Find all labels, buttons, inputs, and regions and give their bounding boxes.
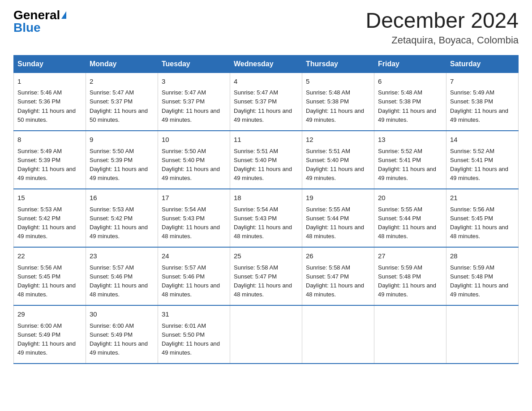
calendar-cell: 7Sunrise: 5:49 AMSunset: 5:38 PMDaylight… — [446, 73, 519, 131]
day-number: 24 — [162, 251, 226, 261]
calendar-cell: 20Sunrise: 5:55 AMSunset: 5:44 PMDayligh… — [374, 189, 446, 247]
calendar-cell: 1Sunrise: 5:46 AMSunset: 5:36 PMDaylight… — [14, 73, 86, 131]
day-info: Sunrise: 6:00 AMSunset: 5:49 PMDaylight:… — [90, 321, 154, 358]
day-info: Sunrise: 5:47 AMSunset: 5:37 PMDaylight:… — [162, 88, 226, 124]
page-header: General Blue December 2024 Zetaquira, Bo… — [13, 9, 519, 46]
location-label: Zetaquira, Boyaca, Colombia — [365, 34, 519, 46]
day-info: Sunrise: 5:48 AMSunset: 5:38 PMDaylight:… — [306, 88, 370, 124]
day-number: 20 — [378, 193, 442, 203]
calendar-week-row: 29Sunrise: 6:00 AMSunset: 5:49 PMDayligh… — [14, 305, 519, 364]
day-number: 27 — [378, 251, 442, 261]
calendar-cell: 9Sunrise: 5:50 AMSunset: 5:39 PMDaylight… — [86, 131, 158, 189]
calendar-cell: 4Sunrise: 5:47 AMSunset: 5:37 PMDaylight… — [230, 73, 302, 131]
day-number: 11 — [234, 135, 298, 145]
day-number: 21 — [450, 193, 515, 203]
calendar-header-tuesday: Tuesday — [158, 55, 230, 73]
day-number: 31 — [162, 309, 226, 320]
calendar-cell: 10Sunrise: 5:50 AMSunset: 5:40 PMDayligh… — [158, 131, 230, 189]
calendar-cell: 26Sunrise: 5:58 AMSunset: 5:47 PMDayligh… — [302, 247, 374, 305]
day-info: Sunrise: 5:52 AMSunset: 5:41 PMDaylight:… — [450, 147, 515, 183]
day-number: 9 — [90, 135, 154, 145]
calendar-cell: 18Sunrise: 5:54 AMSunset: 5:43 PMDayligh… — [230, 189, 302, 247]
day-number: 2 — [90, 77, 154, 87]
calendar-cell: 28Sunrise: 5:59 AMSunset: 5:48 PMDayligh… — [446, 247, 519, 305]
day-info: Sunrise: 5:51 AMSunset: 5:40 PMDaylight:… — [234, 147, 298, 183]
day-number: 3 — [162, 77, 226, 87]
day-info: Sunrise: 5:54 AMSunset: 5:43 PMDaylight:… — [234, 205, 298, 241]
calendar-header-thursday: Thursday — [302, 55, 374, 73]
calendar-cell: 12Sunrise: 5:51 AMSunset: 5:40 PMDayligh… — [302, 131, 374, 189]
day-info: Sunrise: 5:53 AMSunset: 5:42 PMDaylight:… — [90, 205, 154, 241]
day-number: 23 — [90, 251, 154, 261]
day-number: 28 — [450, 251, 515, 261]
day-info: Sunrise: 5:47 AMSunset: 5:37 PMDaylight:… — [90, 88, 154, 124]
day-number: 1 — [17, 77, 82, 87]
day-info: Sunrise: 5:49 AMSunset: 5:39 PMDaylight:… — [17, 147, 82, 183]
day-info: Sunrise: 5:48 AMSunset: 5:38 PMDaylight:… — [378, 88, 442, 124]
day-number: 6 — [378, 77, 442, 87]
day-info: Sunrise: 5:54 AMSunset: 5:43 PMDaylight:… — [162, 205, 226, 241]
calendar-title: December 2024 — [365, 9, 519, 33]
day-number: 15 — [17, 193, 82, 203]
calendar-cell: 16Sunrise: 5:53 AMSunset: 5:42 PMDayligh… — [86, 189, 158, 247]
calendar-cell: 13Sunrise: 5:52 AMSunset: 5:41 PMDayligh… — [374, 131, 446, 189]
calendar-cell — [302, 305, 374, 364]
calendar-week-row: 15Sunrise: 5:53 AMSunset: 5:42 PMDayligh… — [14, 189, 519, 247]
day-number: 19 — [306, 193, 370, 203]
calendar-cell: 3Sunrise: 5:47 AMSunset: 5:37 PMDaylight… — [158, 73, 230, 131]
day-number: 4 — [234, 77, 298, 87]
calendar-cell: 19Sunrise: 5:55 AMSunset: 5:44 PMDayligh… — [302, 189, 374, 247]
day-number: 22 — [17, 251, 82, 261]
day-info: Sunrise: 5:56 AMSunset: 5:45 PMDaylight:… — [450, 205, 515, 241]
calendar-header-wednesday: Wednesday — [230, 55, 302, 73]
calendar-cell: 14Sunrise: 5:52 AMSunset: 5:41 PMDayligh… — [446, 131, 519, 189]
calendar-cell: 31Sunrise: 6:01 AMSunset: 5:50 PMDayligh… — [158, 305, 230, 364]
calendar-cell: 15Sunrise: 5:53 AMSunset: 5:42 PMDayligh… — [14, 189, 86, 247]
day-info: Sunrise: 5:47 AMSunset: 5:37 PMDaylight:… — [234, 88, 298, 124]
calendar-cell: 23Sunrise: 5:57 AMSunset: 5:46 PMDayligh… — [86, 247, 158, 305]
calendar-cell: 30Sunrise: 6:00 AMSunset: 5:49 PMDayligh… — [86, 305, 158, 364]
calendar-header-friday: Friday — [374, 55, 446, 73]
title-section: December 2024 Zetaquira, Boyaca, Colombi… — [365, 9, 519, 46]
day-number: 7 — [450, 77, 515, 87]
day-info: Sunrise: 6:00 AMSunset: 5:49 PMDaylight:… — [17, 321, 82, 358]
day-number: 17 — [162, 193, 226, 203]
calendar-header-saturday: Saturday — [446, 55, 519, 73]
day-info: Sunrise: 5:50 AMSunset: 5:40 PMDaylight:… — [162, 147, 226, 183]
day-info: Sunrise: 5:58 AMSunset: 5:47 PMDaylight:… — [306, 263, 370, 300]
calendar-cell: 24Sunrise: 5:57 AMSunset: 5:46 PMDayligh… — [158, 247, 230, 305]
day-info: Sunrise: 5:58 AMSunset: 5:47 PMDaylight:… — [234, 263, 298, 300]
calendar-cell: 17Sunrise: 5:54 AMSunset: 5:43 PMDayligh… — [158, 189, 230, 247]
day-info: Sunrise: 5:56 AMSunset: 5:45 PMDaylight:… — [17, 263, 82, 300]
logo-blue-text: Blue — [13, 21, 41, 34]
day-info: Sunrise: 5:57 AMSunset: 5:46 PMDaylight:… — [162, 263, 226, 300]
day-number: 10 — [162, 135, 226, 145]
logo-general-text: General — [13, 9, 60, 21]
day-info: Sunrise: 5:50 AMSunset: 5:39 PMDaylight:… — [90, 147, 154, 183]
calendar-header-monday: Monday — [86, 55, 158, 73]
day-info: Sunrise: 6:01 AMSunset: 5:50 PMDaylight:… — [162, 321, 226, 358]
day-number: 30 — [90, 309, 154, 320]
logo-triangle-icon — [61, 11, 66, 19]
day-info: Sunrise: 5:52 AMSunset: 5:41 PMDaylight:… — [378, 147, 442, 183]
day-number: 13 — [378, 135, 442, 145]
day-info: Sunrise: 5:57 AMSunset: 5:46 PMDaylight:… — [90, 263, 154, 300]
day-number: 5 — [306, 77, 370, 87]
calendar-cell: 25Sunrise: 5:58 AMSunset: 5:47 PMDayligh… — [230, 247, 302, 305]
day-info: Sunrise: 5:51 AMSunset: 5:40 PMDaylight:… — [306, 147, 370, 183]
calendar-week-row: 22Sunrise: 5:56 AMSunset: 5:45 PMDayligh… — [14, 247, 519, 305]
day-info: Sunrise: 5:53 AMSunset: 5:42 PMDaylight:… — [17, 205, 82, 241]
day-number: 29 — [17, 309, 82, 320]
calendar-cell — [374, 305, 446, 364]
calendar-table: SundayMondayTuesdayWednesdayThursdayFrid… — [13, 55, 519, 364]
day-info: Sunrise: 5:49 AMSunset: 5:38 PMDaylight:… — [450, 88, 515, 124]
day-info: Sunrise: 5:55 AMSunset: 5:44 PMDaylight:… — [378, 205, 442, 241]
calendar-cell: 29Sunrise: 6:00 AMSunset: 5:49 PMDayligh… — [14, 305, 86, 364]
day-info: Sunrise: 5:46 AMSunset: 5:36 PMDaylight:… — [17, 88, 82, 124]
day-info: Sunrise: 5:59 AMSunset: 5:48 PMDaylight:… — [378, 263, 442, 300]
calendar-cell — [230, 305, 302, 364]
day-info: Sunrise: 5:55 AMSunset: 5:44 PMDaylight:… — [306, 205, 370, 241]
day-number: 14 — [450, 135, 515, 145]
calendar-cell: 22Sunrise: 5:56 AMSunset: 5:45 PMDayligh… — [14, 247, 86, 305]
calendar-week-row: 1Sunrise: 5:46 AMSunset: 5:36 PMDaylight… — [14, 73, 519, 131]
